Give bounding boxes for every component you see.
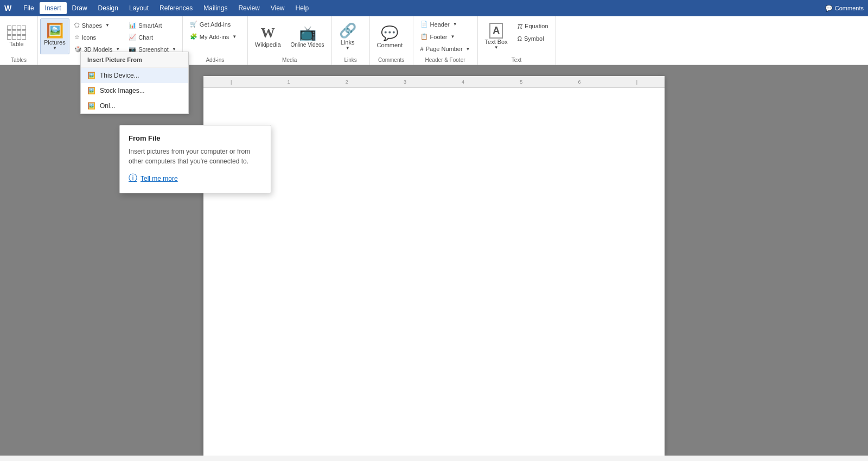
- text-group-label: Text: [481, 56, 552, 65]
- comment-icon: 💬: [381, 25, 398, 42]
- dropdown-item-stock-images[interactable]: 🖼️ Stock Images...: [81, 83, 188, 98]
- 3d-models-dropdown-arrow: ▼: [116, 47, 120, 52]
- document-content: [203, 88, 665, 359]
- get-addins-icon: 🛒: [190, 21, 197, 28]
- ribbon-group-header-footer: 📄 Header ▼ 📋 Footer ▼ # Page Number ▼ He…: [413, 16, 478, 65]
- dropdown-item-online-pictures[interactable]: 🖼️ Onl...: [81, 98, 188, 113]
- menu-insert[interactable]: Insert: [40, 2, 67, 14]
- menu-draw[interactable]: Draw: [67, 2, 93, 14]
- shapes-dropdown-arrow: ▼: [105, 23, 110, 28]
- comment-label: Comment: [377, 42, 403, 48]
- ribbon-group-tables: Table Tables: [0, 16, 38, 65]
- online-videos-button[interactable]: 📺 Online Videos: [287, 18, 328, 54]
- comment-button[interactable]: 💬 Comment: [373, 18, 407, 54]
- ruler-mark-2: 2: [346, 79, 348, 85]
- equation-label: Equation: [525, 23, 548, 29]
- pictures-dropdown-arrow: ▼: [53, 46, 57, 50]
- wikipedia-button[interactable]: W Wikipedia: [251, 18, 285, 54]
- menu-mailings[interactable]: Mailings: [198, 2, 233, 14]
- header-button[interactable]: 📄 Header ▼: [417, 18, 461, 30]
- tables-group-body: Table: [3, 18, 34, 56]
- ruler-mark-6: 6: [578, 79, 580, 85]
- links-label: Links: [341, 39, 355, 46]
- wikipedia-label: Wikipedia: [255, 41, 281, 48]
- footer-icon: 📋: [420, 33, 428, 40]
- comments-button[interactable]: 💬 Comments: [825, 5, 864, 12]
- icons-icon: ☆: [74, 34, 80, 41]
- shapes-icon: ⬠: [74, 22, 80, 29]
- ruler-mark-1: 1: [288, 79, 290, 85]
- symbol-label: Symbol: [524, 35, 544, 42]
- menu-bar-right: 💬 Comments: [825, 5, 864, 12]
- chart-button[interactable]: 📈 Chart: [125, 31, 180, 43]
- pictures-label: Pictures: [44, 39, 66, 46]
- get-addins-button[interactable]: 🛒 Get Add-ins: [186, 18, 234, 30]
- tooltip-link[interactable]: ⓘ Tell me more: [129, 173, 262, 184]
- ribbon-group-media: W Wikipedia 📺 Online Videos Media: [248, 16, 332, 65]
- links-group-body: 🔗 Links ▼: [335, 18, 366, 56]
- comment-bubble-icon: 💬: [825, 5, 833, 12]
- menu-design[interactable]: Design: [93, 2, 124, 14]
- menu-view[interactable]: View: [265, 2, 290, 14]
- links-icon: 🔗: [339, 22, 356, 39]
- footer-button[interactable]: 📋 Footer ▼: [417, 31, 459, 42]
- header-footer-group-body: 📄 Header ▼ 📋 Footer ▼ # Page Number ▼: [417, 18, 474, 56]
- page-number-button[interactable]: # Page Number ▼: [417, 43, 474, 54]
- pictures-icon: 🖼️: [46, 22, 63, 39]
- comments-group-body: 💬 Comment: [373, 18, 410, 56]
- screenshot-dropdown-arrow: ▼: [172, 47, 176, 52]
- app-icon: W: [4, 4, 11, 12]
- page-number-dropdown-arrow: ▼: [466, 47, 470, 52]
- menu-file[interactable]: File: [18, 2, 39, 14]
- icons-label: Icons: [82, 34, 96, 41]
- text-box-dropdown-arrow: ▼: [494, 45, 499, 50]
- menu-layout[interactable]: Layout: [124, 2, 154, 14]
- icons-button[interactable]: ☆ Icons: [71, 31, 124, 43]
- links-button[interactable]: 🔗 Links ▼: [335, 18, 360, 54]
- media-group-label: Media: [251, 56, 328, 65]
- menu-references[interactable]: References: [154, 2, 198, 14]
- table-label: Table: [9, 41, 23, 47]
- pictures-button[interactable]: 🖼️ Pictures ▼: [40, 18, 69, 54]
- links-group-label: Links: [335, 56, 366, 65]
- header-footer-group-label: Header & Footer: [417, 56, 474, 65]
- my-addins-button[interactable]: 🧩 My Add-ins ▼: [186, 31, 240, 42]
- shapes-button[interactable]: ⬠ Shapes ▼: [71, 20, 124, 31]
- shapes-icons-3d-group: ⬠ Shapes ▼ ☆ Icons 🎲 3D Models ▼: [71, 18, 124, 56]
- text-box-icon: A: [489, 23, 503, 39]
- comments-label: Comments: [835, 5, 864, 11]
- equation-button[interactable]: π Equation: [514, 20, 552, 33]
- ribbon-group-comments: 💬 Comment Comments: [370, 16, 413, 65]
- my-addins-icon: 🧩: [190, 33, 197, 40]
- text-box-button[interactable]: A Text Box ▼: [481, 18, 512, 54]
- insert-picture-dropdown: Insert Picture From 🖼️ This Device... 🖼️…: [80, 52, 189, 114]
- header-icon: 📄: [420, 21, 428, 28]
- symbol-button[interactable]: Ω Symbol: [514, 33, 552, 44]
- menu-help[interactable]: Help: [290, 2, 315, 14]
- links-dropdown-arrow: ▼: [346, 46, 350, 50]
- addins-group-label: Add-ins: [186, 56, 244, 65]
- online-videos-label: Online Videos: [291, 42, 324, 48]
- stock-images-icon: 🖼️: [87, 87, 95, 94]
- dropdown-item-this-device[interactable]: 🖼️ This Device...: [81, 68, 188, 83]
- my-addins-dropdown-arrow: ▼: [232, 34, 237, 39]
- ruler-marks: | 1 2 3 4 5 6 |: [231, 79, 637, 85]
- tooltip-title: From File: [129, 134, 262, 142]
- text-box-label: Text Box: [485, 39, 508, 45]
- smartart-chart-screenshot-group: 📊 SmartArt 📈 Chart 📷 Screenshot ▼: [125, 18, 180, 56]
- header-dropdown-arrow: ▼: [453, 22, 457, 27]
- smartart-label: SmartArt: [138, 22, 162, 29]
- ribbon-group-text: A Text Box ▼ π Equation Ω Symbol Text: [478, 16, 556, 65]
- smartart-icon: 📊: [129, 22, 136, 29]
- symbol-icon: Ω: [518, 35, 522, 42]
- table-button[interactable]: Table: [3, 18, 30, 54]
- smartart-button[interactable]: 📊 SmartArt: [125, 20, 180, 31]
- get-addins-label: Get Add-ins: [200, 21, 231, 28]
- page-number-label: Page Number: [426, 46, 463, 52]
- footer-dropdown-arrow: ▼: [450, 34, 455, 39]
- menu-review[interactable]: Review: [233, 2, 265, 14]
- menu-bar: W File Insert Draw Design Layout Referen…: [0, 0, 868, 16]
- text-group-body: A Text Box ▼ π Equation Ω Symbol: [481, 18, 552, 56]
- online-pictures-icon: 🖼️: [87, 102, 95, 110]
- illustrations-group-body: 🖼️ Pictures ▼ ⬠ Shapes ▼ ☆ Icons: [40, 18, 180, 56]
